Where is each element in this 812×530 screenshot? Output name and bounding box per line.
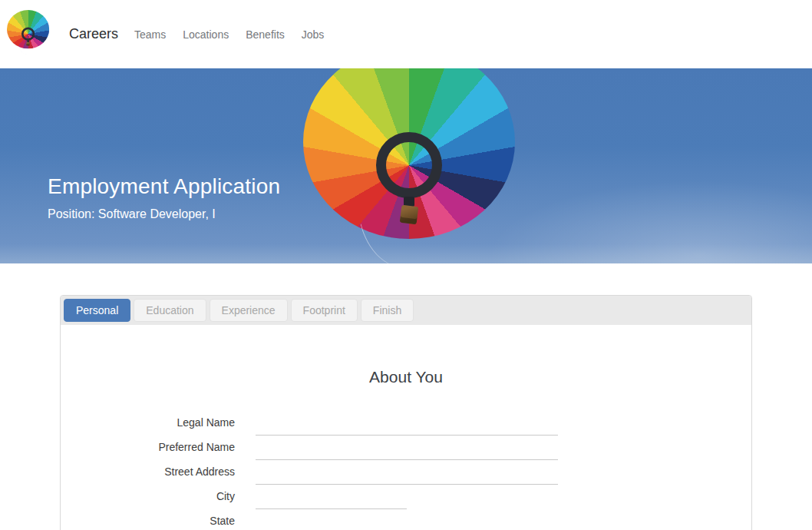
hot-air-balloon-logo-icon[interactable] xyxy=(7,10,51,59)
wizard-tabstrip: Personal Education Experience Footprint … xyxy=(61,296,751,325)
field-row-legal-name: Legal Name xyxy=(61,411,751,436)
hot-air-balloon-photo xyxy=(303,68,515,263)
nav-item-teams[interactable]: Teams xyxy=(126,24,174,45)
tab-education[interactable]: Education xyxy=(134,299,206,322)
personal-form: About You Legal Name Preferred Name Stre… xyxy=(61,325,751,530)
hero-text-block: Employment Application Position: Softwar… xyxy=(48,174,280,221)
nav-item-locations[interactable]: Locations xyxy=(174,24,237,45)
content-area: Personal Education Experience Footprint … xyxy=(0,263,812,530)
tab-personal[interactable]: Personal xyxy=(64,299,130,322)
top-navbar: Careers Teams Locations Benefits Jobs xyxy=(0,0,812,68)
field-row-city: City xyxy=(61,485,751,509)
tab-finish[interactable]: Finish xyxy=(361,299,414,322)
application-panel: Personal Education Experience Footprint … xyxy=(60,295,752,530)
position-subtitle: Position: Software Developer, I xyxy=(48,207,280,221)
field-row-preferred-name: Preferred Name xyxy=(61,436,751,460)
legal-name-label: Legal Name xyxy=(61,416,235,436)
state-input[interactable] xyxy=(256,514,407,530)
tab-experience[interactable]: Experience xyxy=(210,299,288,322)
section-heading: About You xyxy=(61,368,751,386)
balloon-logo-graphic xyxy=(7,10,49,56)
page-title: Employment Application xyxy=(48,174,280,199)
city-label: City xyxy=(61,490,235,509)
nav-item-jobs[interactable]: Jobs xyxy=(293,24,333,45)
tab-footprint[interactable]: Footprint xyxy=(291,299,358,322)
preferred-name-input[interactable] xyxy=(256,440,558,460)
brand-careers-link[interactable]: Careers xyxy=(69,26,118,42)
street-address-input[interactable] xyxy=(256,465,558,485)
main-navigation: Teams Locations Benefits Jobs xyxy=(126,24,332,45)
city-input[interactable] xyxy=(256,489,407,509)
form-fields: Legal Name Preferred Name Street Address… xyxy=(61,411,751,530)
state-label: State xyxy=(61,515,235,530)
legal-name-input[interactable] xyxy=(256,416,558,436)
field-row-state: State xyxy=(61,509,751,530)
nav-item-benefits[interactable]: Benefits xyxy=(237,24,293,45)
street-address-label: Street Address xyxy=(61,465,235,485)
hero-banner: Employment Application Position: Softwar… xyxy=(0,68,812,263)
field-row-street-address: Street Address xyxy=(61,460,751,485)
preferred-name-label: Preferred Name xyxy=(61,441,235,460)
